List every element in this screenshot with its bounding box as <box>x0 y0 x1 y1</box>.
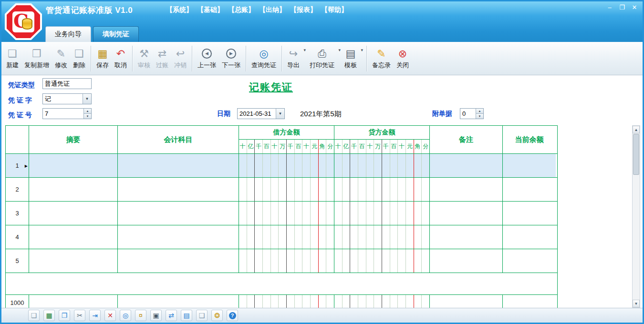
remark-cell[interactable] <box>430 249 503 273</box>
menu-item[interactable]: 【系统】 <box>166 6 193 14</box>
voucher-word-dropdown-icon[interactable]: ▼ <box>83 94 91 104</box>
search-button[interactable]: ◎ <box>120 310 131 321</box>
template-button[interactable]: ▤▾模板 <box>342 43 364 74</box>
vertical-scrollbar[interactable]: ▲ ▼ <box>632 125 640 308</box>
dropdown-arrow-icon[interactable]: ▾ <box>303 48 306 52</box>
debit-amount-cell[interactable] <box>239 249 334 273</box>
digit-cell <box>311 225 319 249</box>
account-cell[interactable] <box>118 202 239 225</box>
tab-business-wizard[interactable]: 业务向导 <box>45 26 91 42</box>
credit-amount-cell[interactable] <box>334 154 430 177</box>
cut-row-button[interactable]: ✂ <box>74 310 85 321</box>
credit-amount-cell[interactable] <box>334 202 430 225</box>
digit-cell <box>255 225 263 249</box>
balance-cell[interactable] <box>503 249 556 273</box>
scroll-down-button[interactable]: ▼ <box>633 300 640 307</box>
balance-cell[interactable] <box>503 154 556 177</box>
coins-button[interactable]: ❂ <box>211 310 223 321</box>
remark-cell[interactable] <box>430 202 503 225</box>
dropdown-arrow-icon[interactable]: ▾ <box>338 48 341 52</box>
next-voucher-button[interactable]: ▶下一张 <box>219 43 243 74</box>
insert-row-button[interactable]: ⇥ <box>89 310 101 321</box>
doc-export-button[interactable]: ❐ <box>59 310 70 321</box>
copy-new-button[interactable]: ❐复制新增 <box>21 43 52 74</box>
delete-row-button[interactable]: ✕ <box>104 310 116 321</box>
currency-button[interactable]: ¤ <box>135 310 146 321</box>
remark-cell[interactable] <box>430 225 503 249</box>
menu-item[interactable]: 【出纳】 <box>259 6 286 14</box>
menu-item[interactable]: 【基础】 <box>197 6 224 14</box>
digit-cell <box>302 202 311 225</box>
menu-item[interactable]: 【报表】 <box>290 6 317 14</box>
voucher-no-spinner[interactable]: 7 ▲ ▼ <box>42 108 92 119</box>
summary-cell[interactable] <box>29 225 118 249</box>
delete-button[interactable]: ❑删除 <box>70 43 88 74</box>
prev-voucher-button[interactable]: ◀上一张 <box>195 43 219 74</box>
excel-export-button[interactable]: ▦ <box>43 310 55 321</box>
digit-cell <box>374 225 382 249</box>
copy-pages-button[interactable]: ❑ <box>196 310 208 321</box>
date-label: 日期 <box>217 108 230 119</box>
date-select[interactable]: 2021-05-31 ▼ <box>237 108 285 119</box>
summary-cell[interactable] <box>29 249 118 273</box>
attach-doc-down-icon[interactable]: ▼ <box>476 114 483 119</box>
credit-amount-cell[interactable] <box>334 178 430 201</box>
table-view-button[interactable]: ▤ <box>181 310 192 321</box>
restore-button[interactable]: ❐ <box>616 3 628 11</box>
balance-cell[interactable] <box>503 202 556 225</box>
tab-fill-voucher[interactable]: 填制凭证 <box>93 26 139 42</box>
cut-row-icon: ✂ <box>77 312 83 319</box>
menu-item[interactable]: 【总账】 <box>228 6 255 14</box>
attach-doc-spinner[interactable]: 0 ▲ ▼ <box>460 108 484 119</box>
save-button[interactable]: ▦保存 <box>93 43 112 74</box>
print-voucher-button[interactable]: ⎙▾打印凭证 <box>307 43 342 74</box>
minimize-button[interactable]: – <box>603 3 616 11</box>
refresh-button[interactable]: ⇄ <box>166 310 177 321</box>
reverse-button[interactable]: ↩冲销 <box>171 43 189 74</box>
menu-item[interactable]: 【帮助】 <box>321 6 348 14</box>
page-edit-button[interactable]: ❏ <box>28 310 40 321</box>
balance-cell[interactable] <box>503 178 556 201</box>
scroll-thumb[interactable] <box>633 134 639 175</box>
balance-cell[interactable] <box>503 225 556 249</box>
account-cell[interactable] <box>118 178 239 201</box>
voucher-no-down-icon[interactable]: ▼ <box>84 114 91 119</box>
search-icon: ◎ <box>123 312 128 319</box>
summary-cell[interactable] <box>29 178 118 201</box>
credit-amount-cell[interactable] <box>334 225 430 249</box>
toolbar-separator <box>366 46 367 71</box>
close-voucher-button[interactable]: ⊗关闭 <box>394 43 412 74</box>
audit-button[interactable]: ⚒审核 <box>135 43 153 74</box>
digit-cell <box>263 225 271 249</box>
dropdown-arrow-icon[interactable]: ▾ <box>361 48 363 52</box>
account-cell[interactable] <box>118 225 239 249</box>
modify-button[interactable]: ✎修改 <box>52 43 70 74</box>
remark-cell[interactable] <box>430 178 503 201</box>
cancel-button[interactable]: ↶取消 <box>112 43 130 74</box>
archive-button[interactable]: ▣ <box>150 310 162 321</box>
debit-amount-cell[interactable] <box>239 154 334 177</box>
query-voucher-button[interactable]: ◎查询凭证 <box>249 43 279 74</box>
attach-doc-up-icon[interactable]: ▲ <box>476 109 483 114</box>
remark-cell[interactable] <box>430 154 503 177</box>
debit-amount-cell[interactable] <box>239 202 334 225</box>
voucher-no-up-icon[interactable]: ▲ <box>84 109 91 114</box>
post-button[interactable]: ⇄过账 <box>153 43 171 74</box>
account-cell[interactable] <box>118 154 239 177</box>
debit-amount-cell[interactable] <box>239 225 334 249</box>
credit-amount-cell[interactable] <box>334 249 430 273</box>
summary-cell[interactable] <box>29 154 118 177</box>
date-dropdown-icon[interactable]: ▼ <box>276 109 284 119</box>
summary-cell[interactable] <box>29 202 118 225</box>
memo-button[interactable]: ✎备忘录 <box>369 43 394 74</box>
close-button[interactable]: ✕ <box>628 3 641 11</box>
debit-amount-cell[interactable] <box>239 178 334 201</box>
scroll-up-button[interactable]: ▲ <box>633 126 640 133</box>
digit-cell <box>263 249 271 273</box>
voucher-word-select[interactable]: 记 ▼ <box>42 93 92 104</box>
help-button[interactable]: ? <box>227 310 238 321</box>
account-cell[interactable] <box>118 249 239 273</box>
voucher-type-input[interactable] <box>42 78 92 89</box>
export-button[interactable]: ↪▾导出 <box>284 43 307 74</box>
new-button[interactable]: ❏新建 <box>3 43 21 74</box>
